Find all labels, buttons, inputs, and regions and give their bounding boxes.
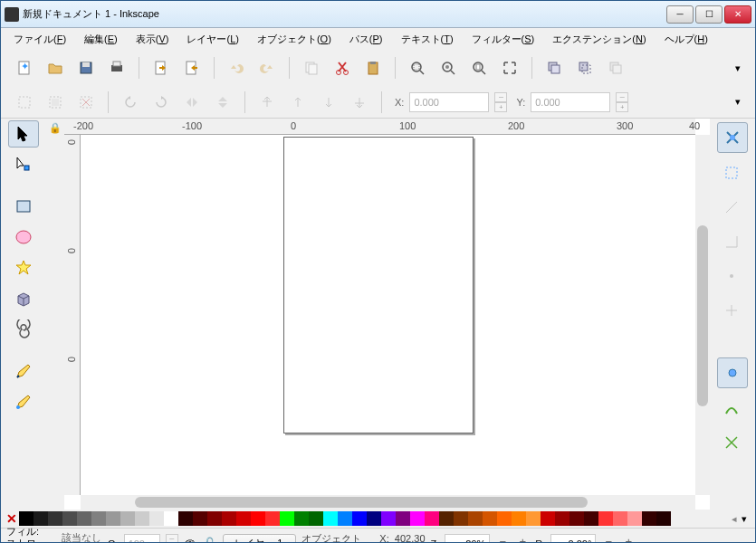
opacity-input[interactable]: 100 — [124, 534, 160, 544]
layer-selector[interactable]: • レイヤー 1 ▾ — [223, 534, 297, 544]
snap-center[interactable] — [717, 298, 748, 325]
color-swatch[interactable] — [613, 511, 627, 526]
snap-node-toggle[interactable] — [717, 357, 748, 388]
color-swatch[interactable] — [541, 511, 555, 526]
color-swatch[interactable] — [77, 511, 91, 526]
fill-stroke-values[interactable]: 該当なし該当なし — [62, 532, 102, 544]
zoom-input[interactable]: 29% — [445, 534, 490, 544]
color-swatch[interactable] — [265, 511, 280, 526]
vertical-ruler[interactable]: 0 0 0 — [64, 135, 81, 495]
color-swatch[interactable] — [149, 511, 164, 526]
menu-filter[interactable]: フィルター(S) — [464, 30, 542, 49]
no-fill-swatch[interactable]: ✕ — [5, 511, 19, 526]
node-tool[interactable] — [8, 151, 39, 178]
color-swatch[interactable] — [483, 511, 497, 526]
import-button[interactable] — [148, 55, 174, 81]
color-swatch[interactable] — [222, 511, 236, 526]
duplicate-button[interactable] — [541, 55, 567, 81]
palette-menu[interactable]: ▾ — [737, 513, 751, 525]
raise-top-button[interactable] — [254, 90, 280, 115]
color-swatch[interactable] — [396, 511, 410, 526]
color-swatch[interactable] — [598, 511, 613, 526]
color-swatch[interactable] — [19, 511, 33, 526]
star-tool[interactable] — [8, 254, 39, 281]
ellipse-tool[interactable] — [8, 224, 39, 251]
zoom-drawing-button[interactable] — [435, 55, 461, 81]
y-coord-input[interactable]: 0.000 — [531, 92, 610, 112]
lower-button[interactable] — [316, 90, 341, 115]
lower-bottom-button[interactable] — [347, 90, 372, 115]
color-swatch[interactable] — [352, 511, 367, 526]
visibility-icon[interactable]: 👁 — [184, 537, 196, 544]
close-button[interactable]: ✕ — [724, 5, 751, 24]
color-swatch[interactable] — [367, 511, 381, 526]
lock-layer-icon[interactable]: 🔓 — [202, 537, 217, 544]
select-layers-button[interactable] — [43, 90, 68, 115]
color-swatch[interactable] — [555, 511, 569, 526]
color-swatch[interactable] — [338, 511, 352, 526]
color-swatch[interactable] — [439, 511, 454, 526]
color-swatch[interactable] — [294, 511, 309, 526]
color-swatch[interactable] — [569, 511, 584, 526]
rotate-dec-button[interactable]: − — [601, 535, 616, 544]
color-swatch[interactable] — [62, 511, 77, 526]
zoom-out-button[interactable]: − — [495, 535, 510, 544]
snap-midpoint[interactable] — [717, 263, 748, 291]
menu-object[interactable]: オブジェクト(O) — [250, 30, 339, 49]
x-spinner[interactable]: ─+ — [494, 92, 507, 112]
zoom-in-button[interactable]: + — [515, 535, 530, 544]
x-coord-input[interactable]: 0.000 — [409, 92, 489, 112]
options-overflow[interactable]: ▾ — [732, 90, 744, 115]
menu-view[interactable]: 表示(V) — [129, 30, 177, 49]
snap-intersection[interactable] — [717, 430, 748, 457]
maximize-button[interactable]: ☐ — [695, 5, 723, 24]
menu-layer[interactable]: レイヤー(L) — [179, 30, 245, 49]
color-swatch[interactable] — [178, 511, 193, 526]
color-swatch[interactable] — [120, 511, 135, 526]
snap-corner[interactable] — [717, 229, 748, 256]
select-all-button[interactable] — [12, 90, 37, 115]
snap-toggle[interactable] — [717, 122, 748, 153]
color-swatch[interactable] — [526, 511, 541, 526]
paste-button[interactable] — [360, 55, 386, 81]
menu-help[interactable]: ヘルプ(H) — [657, 30, 715, 49]
color-swatch[interactable] — [584, 511, 598, 526]
canvas[interactable] — [81, 135, 695, 495]
snap-edge[interactable] — [717, 195, 748, 222]
color-swatch[interactable] — [468, 511, 483, 526]
color-swatch[interactable] — [236, 511, 251, 526]
horizontal-ruler[interactable]: -200 -100 0 100 200 300 40 — [64, 119, 695, 135]
menu-file[interactable]: ファイル(F) — [6, 30, 73, 49]
snap-path[interactable] — [717, 395, 748, 423]
rectangle-tool[interactable] — [8, 193, 39, 220]
flip-h-button[interactable] — [179, 90, 205, 115]
color-swatch[interactable] — [497, 511, 512, 526]
rotate-inc-button[interactable]: + — [621, 535, 636, 544]
flip-v-button[interactable] — [210, 90, 235, 115]
menu-path[interactable]: パス(P) — [342, 30, 390, 49]
lock-icon[interactable]: 🔒 — [49, 122, 62, 133]
clone-button[interactable] — [572, 55, 598, 81]
color-swatch[interactable] — [135, 511, 149, 526]
deselect-button[interactable] — [73, 90, 99, 115]
horizontal-scrollbar[interactable] — [81, 495, 695, 510]
menu-extension[interactable]: エクステンション(N) — [545, 30, 653, 49]
color-swatch[interactable] — [251, 511, 265, 526]
raise-button[interactable] — [285, 90, 311, 115]
color-swatch[interactable] — [512, 511, 526, 526]
new-button[interactable]: ✦ — [12, 55, 37, 81]
3dbox-tool[interactable] — [8, 285, 39, 312]
rotate-ccw-button[interactable] — [118, 90, 143, 115]
color-swatch[interactable] — [381, 511, 396, 526]
minimize-button[interactable]: ─ — [666, 5, 694, 24]
color-swatch[interactable] — [33, 511, 48, 526]
vertical-scrollbar[interactable] — [695, 135, 710, 495]
selector-tool[interactable] — [8, 120, 39, 148]
export-button[interactable] — [179, 55, 205, 81]
rotation-input[interactable]: 0.00° — [550, 534, 596, 544]
color-swatch[interactable] — [627, 511, 642, 526]
open-button[interactable] — [43, 55, 68, 81]
cut-button[interactable] — [330, 55, 355, 81]
color-swatch[interactable] — [454, 511, 468, 526]
color-swatch[interactable] — [280, 511, 294, 526]
